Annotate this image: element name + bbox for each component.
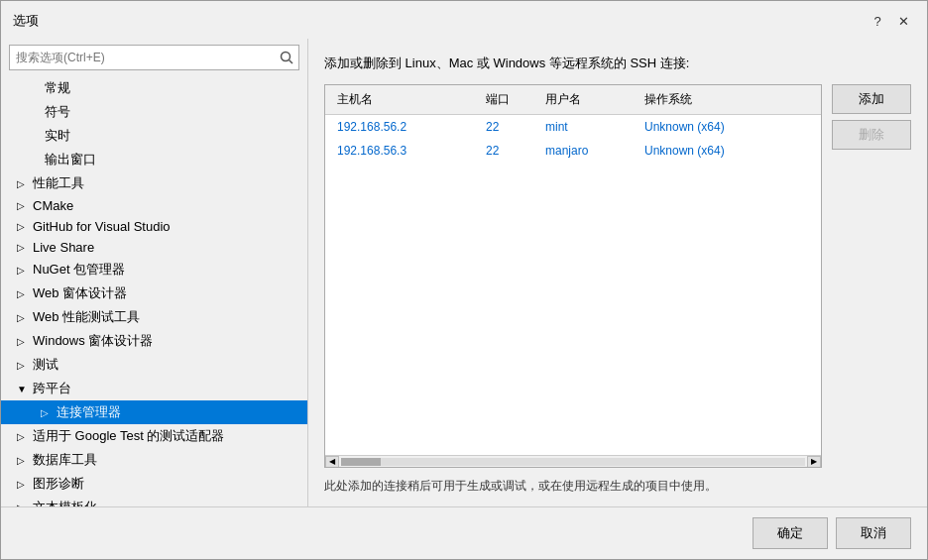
- tree-label-github: GitHub for Visual Studio: [33, 219, 171, 234]
- options-dialog: 选项 ? ✕ 常规符号实时输出窗口▷性能工具▷CMake▷GitHub for …: [0, 0, 928, 560]
- search-icon[interactable]: [275, 46, 298, 69]
- tree-item-liveshare[interactable]: ▷Live Share: [1, 237, 307, 258]
- title-bar: 选项 ? ✕: [1, 1, 927, 39]
- search-input[interactable]: [10, 47, 275, 68]
- tree-label-googletest: 适用于 Google Test 的测试适配器: [33, 427, 224, 445]
- tree-label-output: 输出窗口: [45, 151, 96, 168]
- dialog-body: 常规符号实时输出窗口▷性能工具▷CMake▷GitHub for Visual …: [1, 39, 927, 506]
- tree-label-symbols: 符号: [45, 103, 70, 121]
- search-box: [9, 45, 299, 70]
- col-os: 操作系统: [633, 89, 821, 110]
- confirm-button[interactable]: 确定: [753, 517, 828, 549]
- cell-username-0: mint: [533, 118, 633, 136]
- right-description: 添加或删除到 Linux、Mac 或 Windows 等远程系统的 SSH 连接…: [324, 55, 911, 72]
- tree-arrow-winforms: ▷: [17, 336, 29, 347]
- tree-arrow-perf: ▷: [17, 178, 29, 189]
- table-row[interactable]: 192.168.56.322manjaroUnknown (x64): [325, 139, 821, 163]
- tree-label-nuget: NuGet 包管理器: [33, 261, 125, 279]
- tree-label-liveshare: Live Share: [33, 240, 94, 255]
- tree-item-webperf[interactable]: ▷Web 性能测试工具: [1, 305, 307, 329]
- tree-item-winforms[interactable]: ▷Windows 窗体设计器: [1, 329, 307, 353]
- help-button[interactable]: ?: [866, 9, 889, 33]
- tree-item-symbols[interactable]: 符号: [1, 100, 307, 124]
- close-button[interactable]: ✕: [891, 9, 915, 33]
- tree-item-connmgr[interactable]: ▷连接管理器: [1, 400, 307, 424]
- cell-hostname-1: 192.168.56.3: [325, 142, 474, 160]
- tree-item-webdesigner[interactable]: ▷Web 窗体设计器: [1, 281, 307, 305]
- svg-line-1: [290, 60, 293, 64]
- tree-label-winforms: Windows 窗体设计器: [33, 332, 153, 350]
- tree-label-template: 文本模板化.: [33, 499, 101, 506]
- cell-port-1: 22: [474, 142, 533, 160]
- title-controls: ? ✕: [866, 9, 915, 33]
- right-panel: 添加或删除到 Linux、Mac 或 Windows 等远程系统的 SSH 连接…: [308, 39, 927, 506]
- cell-username-1: manjaro: [533, 142, 633, 160]
- content-area: 主机名 端口 用户名 操作系统 192.168.56.222mintUnknow…: [324, 84, 911, 468]
- tree-label-webperf: Web 性能测试工具: [33, 308, 140, 326]
- col-hostname: 主机名: [325, 89, 474, 110]
- action-buttons: 添加 删除: [832, 84, 911, 468]
- tree-label-graph: 图形诊断: [33, 475, 84, 493]
- tree-label-dbtool: 数据库工具: [33, 451, 97, 469]
- tree-label-connmgr: 连接管理器: [57, 403, 121, 421]
- tree-arrow-webperf: ▷: [17, 312, 29, 323]
- tree-item-test[interactable]: ▷测试: [1, 353, 307, 377]
- connections-table: 主机名 端口 用户名 操作系统 192.168.56.222mintUnknow…: [324, 84, 822, 468]
- tree-item-template[interactable]: ▷文本模板化.: [1, 496, 307, 506]
- tree-arrow-googletest: ▷: [17, 431, 29, 442]
- tree-item-general[interactable]: 常规: [1, 76, 307, 100]
- col-port: 端口: [474, 89, 533, 110]
- dialog-title: 选项: [13, 12, 39, 30]
- tree-arrow-github: ▷: [17, 221, 29, 232]
- tree-label-webdesigner: Web 窗体设计器: [33, 284, 127, 302]
- tree-item-perf[interactable]: ▷性能工具: [1, 171, 307, 195]
- table-scrollbar: ◀ ▶: [325, 455, 821, 467]
- scroll-right-arrow[interactable]: ▶: [807, 456, 821, 468]
- tree-label-perf: 性能工具: [33, 174, 84, 192]
- col-username: 用户名: [533, 89, 633, 110]
- add-button[interactable]: 添加: [832, 84, 911, 114]
- cell-os-1: Unknown (x64): [633, 142, 821, 160]
- left-panel: 常规符号实时输出窗口▷性能工具▷CMake▷GitHub for Visual …: [1, 39, 308, 506]
- tree-label-test: 测试: [33, 356, 58, 374]
- delete-button[interactable]: 删除: [832, 120, 911, 150]
- tree-arrow-cmake: ▷: [17, 200, 29, 211]
- tree-arrow-graph: ▷: [17, 479, 29, 490]
- tree-arrow-nuget: ▷: [17, 265, 29, 276]
- bottom-note: 此处添加的连接稍后可用于生成或调试，或在使用远程生成的项目中使用。: [324, 478, 911, 495]
- dialog-footer: 确定 取消: [1, 506, 927, 559]
- tree-item-crossplatform[interactable]: ▼跨平台: [1, 377, 307, 400]
- tree-arrow-webdesigner: ▷: [17, 288, 29, 299]
- tree-item-graph[interactable]: ▷图形诊断: [1, 472, 307, 496]
- tree-item-cmake[interactable]: ▷CMake: [1, 195, 307, 216]
- scroll-left-arrow[interactable]: ◀: [325, 456, 339, 468]
- table-body: 192.168.56.222mintUnknown (x64)192.168.5…: [325, 115, 821, 455]
- tree-arrow-liveshare: ▷: [17, 242, 29, 253]
- cell-port-0: 22: [474, 118, 533, 136]
- table-row[interactable]: 192.168.56.222mintUnknown (x64): [325, 115, 821, 139]
- tree-label-realtime: 实时: [45, 127, 70, 145]
- tree-label-general: 常规: [45, 79, 70, 97]
- tree-label-cmake: CMake: [33, 198, 73, 213]
- cell-os-0: Unknown (x64): [633, 118, 821, 136]
- tree-arrow-crossplatform: ▼: [17, 384, 29, 394]
- tree-item-nuget[interactable]: ▷NuGet 包管理器: [1, 258, 307, 281]
- svg-point-0: [282, 53, 290, 61]
- tree-item-github[interactable]: ▷GitHub for Visual Studio: [1, 216, 307, 237]
- tree-arrow-connmgr: ▷: [41, 407, 53, 418]
- tree-item-realtime[interactable]: 实时: [1, 124, 307, 148]
- scroll-thumb: [341, 458, 381, 466]
- tree-item-dbtool[interactable]: ▷数据库工具: [1, 448, 307, 472]
- cell-hostname-0: 192.168.56.2: [325, 118, 474, 136]
- tree-arrow-dbtool: ▷: [17, 455, 29, 466]
- tree-arrow-test: ▷: [17, 360, 29, 371]
- table-header: 主机名 端口 用户名 操作系统: [325, 85, 821, 115]
- tree-item-googletest[interactable]: ▷适用于 Google Test 的测试适配器: [1, 424, 307, 448]
- tree-container: 常规符号实时输出窗口▷性能工具▷CMake▷GitHub for Visual …: [1, 76, 307, 506]
- tree-label-crossplatform: 跨平台: [33, 380, 71, 397]
- scroll-track: [341, 458, 805, 466]
- tree-item-output[interactable]: 输出窗口: [1, 148, 307, 171]
- cancel-button[interactable]: 取消: [836, 517, 911, 549]
